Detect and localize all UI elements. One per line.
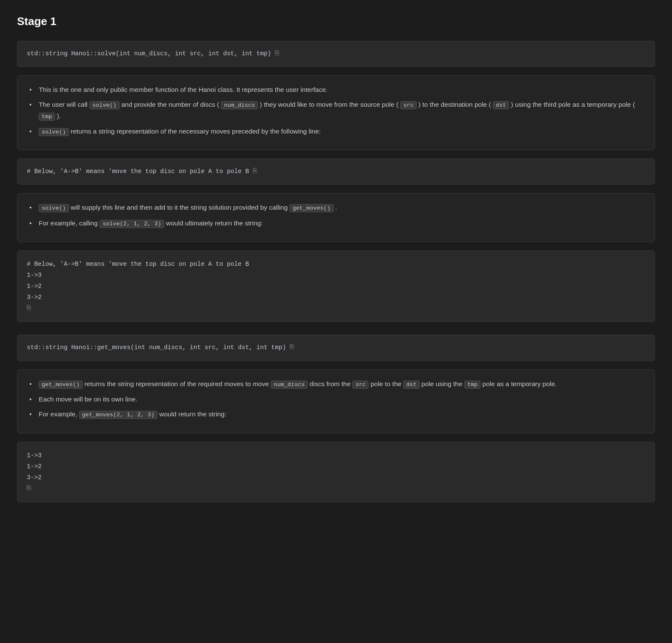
inline-code: get_moves() bbox=[289, 204, 333, 212]
text-block-2: solve() will supply this line and then a… bbox=[17, 193, 655, 242]
list-item: For example, calling solve(2, 1, 2, 3) w… bbox=[29, 218, 643, 229]
list-item: Each move will be on its own line. bbox=[29, 394, 643, 405]
inline-code: num_discs bbox=[271, 381, 308, 389]
code-block-1: std::string Hanoi::solve(int num_discs, … bbox=[17, 41, 655, 67]
code-content-4: std::string Hanoi::get_moves(int num_dis… bbox=[27, 344, 286, 351]
code-block-2: # Below, 'A->B' means 'move the top disc… bbox=[17, 159, 655, 185]
code-content-1: std::string Hanoi::solve(int num_discs, … bbox=[27, 50, 271, 57]
list-item: This is the one and only public member f… bbox=[29, 84, 643, 95]
inline-code: tmp bbox=[39, 113, 55, 121]
code-block-5: 1->31->23->2 ⎘ bbox=[17, 442, 655, 502]
code-content-2: # Below, 'A->B' means 'move the top disc… bbox=[27, 168, 249, 175]
inline-code: get_moves(2, 1, 2, 3) bbox=[79, 411, 157, 419]
copy-button-1[interactable]: ⎘ bbox=[275, 49, 279, 57]
inline-code: dst bbox=[493, 101, 509, 109]
list-item: The user will call solve() and provide t… bbox=[29, 99, 643, 122]
inline-code: num_discs bbox=[221, 101, 258, 109]
code-content-5: 1->31->23->2 bbox=[27, 450, 645, 483]
text-block-3: get_moves() returns the string represent… bbox=[17, 370, 655, 433]
code-block-3: # Below, 'A->B' means 'move the top disc… bbox=[17, 250, 655, 322]
inline-code: solve() bbox=[39, 128, 69, 136]
inline-code: src bbox=[400, 101, 416, 109]
code-content-3: # Below, 'A->B' means 'move the top disc… bbox=[27, 259, 645, 303]
copy-button-2[interactable]: ⎘ bbox=[253, 167, 257, 174]
copy-button-3[interactable]: ⎘ bbox=[27, 304, 31, 311]
inline-code: src bbox=[352, 381, 369, 389]
inline-code: dst bbox=[403, 381, 419, 389]
inline-code: solve() bbox=[39, 204, 69, 212]
inline-code: solve() bbox=[89, 101, 120, 109]
list-item: solve() returns a string representation … bbox=[29, 126, 643, 137]
list-item: solve() will supply this line and then a… bbox=[29, 202, 643, 213]
inline-code: get_moves() bbox=[39, 381, 83, 389]
inline-code: solve(2, 1, 2, 3) bbox=[100, 220, 164, 228]
page-title: Stage 1 bbox=[17, 13, 655, 31]
code-block-4: std::string Hanoi::get_moves(int num_dis… bbox=[17, 335, 655, 361]
text-block-1: This is the one and only public member f… bbox=[17, 75, 655, 150]
list-item: get_moves() returns the string represent… bbox=[29, 378, 643, 390]
inline-code: tmp bbox=[464, 381, 480, 389]
list-item: For example, get_moves(2, 1, 2, 3) would… bbox=[29, 409, 643, 420]
copy-button-4[interactable]: ⎘ bbox=[290, 343, 294, 350]
copy-button-5[interactable]: ⎘ bbox=[27, 484, 31, 492]
